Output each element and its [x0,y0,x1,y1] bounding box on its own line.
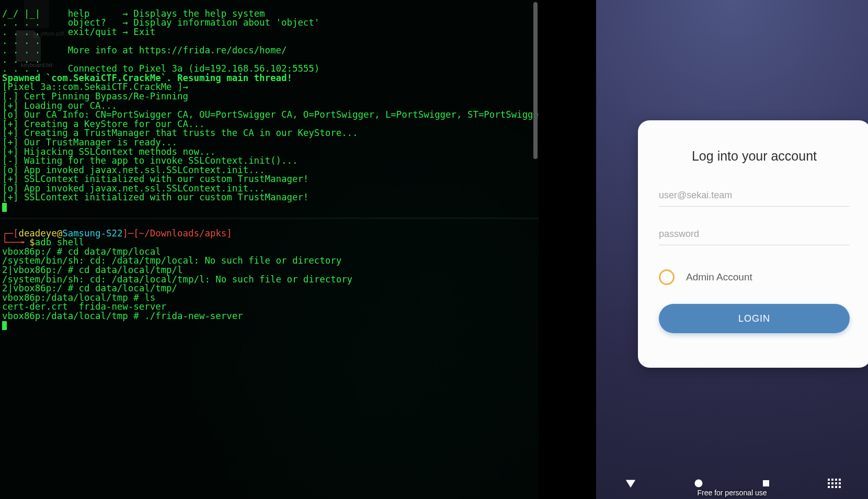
linux-desktop: blackhatpython.pdf keyboard.txt /_/ |_| … [0,0,539,499]
terminal-adb[interactable]: ┌─[deadeye@Samsung-S22]─[~/Downloads/apk… [0,219,539,499]
nav-back-icon[interactable] [625,478,636,489]
term-line: vbox86p:/data/local/tmp # ./frida-new-se… [2,311,243,321]
admin-account-label: Admin Account [686,271,752,283]
admin-account-radio[interactable] [659,269,675,285]
emulator-watermark: Free for personal use [697,489,767,497]
term-line: . . . . More info at https://frida.re/do… [2,45,287,55]
prompt-segment: ] [226,228,232,239]
nav-keyboard-icon[interactable] [828,479,839,488]
prompt-path: ~/Downloads/apks [139,228,227,239]
term-line: [+] SSLContext initialized with our cust… [2,192,309,202]
nav-home-icon[interactable] [693,478,704,489]
terminal-frida[interactable]: /_/ |_| help → Displays the help system … [0,0,539,218]
svg-rect-1 [763,480,769,486]
login-title: Log into your account [659,149,850,164]
email-field[interactable] [659,185,850,207]
login-button[interactable]: LOGIN [659,304,850,333]
login-card: Log into your account Admin Account LOGI… [638,120,868,368]
prompt-segment: ]─[ [122,228,139,239]
terminal-cursor [2,321,7,330]
terminal-cursor [2,203,7,212]
panel-gap [539,0,596,499]
emulator-panel: Log into your account Admin Account LOGI… [539,0,868,499]
password-field[interactable] [659,223,850,245]
terminal-scrollbar[interactable] [533,2,538,159]
nav-recents-icon[interactable] [761,479,771,488]
svg-point-0 [695,480,703,487]
android-emulator-screen[interactable]: Log into your account Admin Account LOGI… [596,0,868,499]
